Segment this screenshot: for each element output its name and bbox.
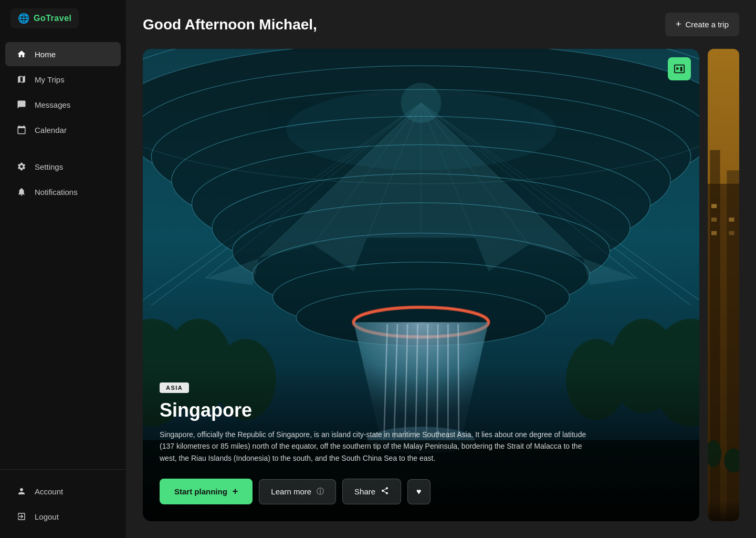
main-content: Good Afternoon Michael, + Create a trip [126,0,756,538]
media-icon [674,63,685,75]
sidebar-item-notifications[interactable]: Notifications [5,180,121,204]
card-content-overlay: ASIA Singapore Singapore, officially the… [143,366,699,521]
favorite-button[interactable]: ♥ [407,479,430,504]
destination-title: Singapore [160,399,682,421]
side-thumbnail [708,49,739,521]
sidebar-item-messages-label: Messages [35,100,70,109]
card-container: ASIA Singapore Singapore, officially the… [126,49,756,538]
info-circle-icon: ⓘ [317,487,324,496]
home-icon [16,49,27,59]
bell-icon [16,187,27,196]
svg-rect-61 [711,218,717,222]
region-badge: ASIA [160,382,189,393]
calendar-icon [16,125,27,134]
gear-icon [16,162,27,171]
sidebar-item-my-trips-label: My Trips [35,75,65,84]
destination-card: ASIA Singapore Singapore, officially the… [143,49,699,521]
logout-icon [16,512,27,521]
svg-rect-64 [729,231,734,235]
sidebar-item-account-label: Account [35,487,63,496]
create-trip-plus-icon: + [676,19,681,30]
sidebar-item-my-trips[interactable]: My Trips [5,67,121,91]
sidebar-item-logout[interactable]: Logout [5,504,121,529]
sidebar-item-account[interactable]: Account [5,479,121,503]
sidebar-bottom: Account Logout [0,469,126,538]
sidebar: 🌐 GoTravel Home My Trips Messages [0,0,126,538]
sidebar-item-messages[interactable]: Messages [5,92,121,117]
sidebar-item-settings[interactable]: Settings [5,154,121,179]
learn-more-label: Learn more [271,487,311,496]
start-planning-label: Start planning [174,487,227,496]
destination-description: Singapore, officially the Republic of Si… [160,429,590,464]
create-trip-button[interactable]: + Create a trip [665,13,739,36]
greeting-text: Good Afternoon Michael, [143,16,317,33]
svg-rect-62 [711,231,717,235]
start-planning-plus-icon: + [233,486,238,497]
side-panel [708,49,739,521]
sidebar-item-calendar[interactable]: Calendar [5,118,121,142]
sidebar-item-calendar-label: Calendar [35,126,67,134]
floating-media-button[interactable] [668,57,691,80]
sidebar-item-home[interactable]: Home [5,42,121,66]
heart-icon: ♥ [416,487,422,496]
share-icon [381,487,389,496]
card-actions: Start planning + Learn more ⓘ Share [160,479,682,504]
logo-area: 🌐 GoTravel [0,0,126,37]
sidebar-item-logout-label: Logout [35,512,59,521]
chat-icon [16,100,27,109]
map-icon [16,75,27,84]
svg-rect-63 [729,218,734,222]
start-planning-button[interactable]: Start planning + [160,479,253,504]
sidebar-item-notifications-label: Notifications [35,188,78,196]
header: Good Afternoon Michael, + Create a trip [126,0,756,49]
learn-more-button[interactable]: Learn more ⓘ [259,479,336,504]
create-trip-label: Create a trip [685,20,729,29]
main-nav: Home My Trips Messages Calendar [0,37,126,469]
svg-rect-55 [680,67,682,71]
logo-box: 🌐 GoTravel [10,8,79,28]
svg-point-54 [401,82,441,123]
sidebar-item-home-label: Home [35,50,56,59]
share-label: Share [354,487,375,496]
svg-rect-60 [711,204,717,208]
logo-text: GoTravel [34,14,71,23]
logo-icon: 🌐 [18,13,29,24]
side-thumb-overlay [708,500,739,521]
sidebar-item-settings-label: Settings [35,162,63,171]
share-button[interactable]: Share [342,479,401,504]
person-icon [16,487,27,496]
